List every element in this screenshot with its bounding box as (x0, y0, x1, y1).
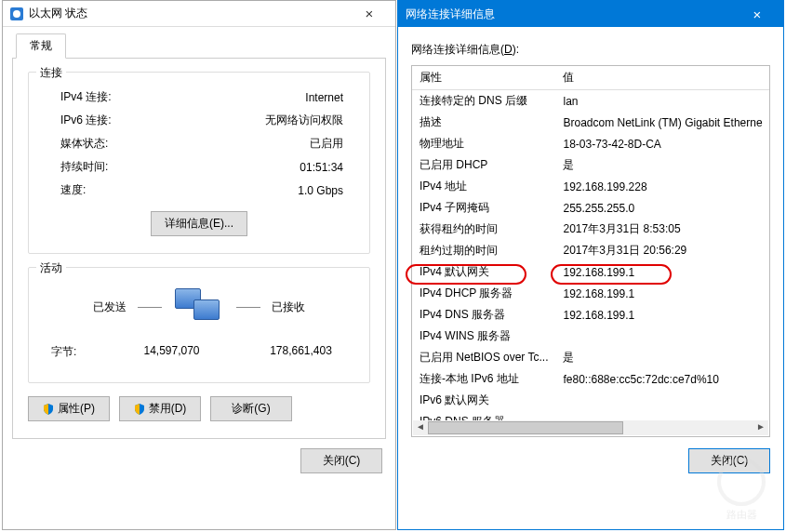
activity-diagram: 已发送 已接收 (42, 288, 356, 326)
cell-property: IPv4 WINS 服务器 (412, 326, 555, 347)
close-icon[interactable]: × (351, 6, 388, 21)
table-row[interactable]: IPv4 DNS 服务器192.168.199.1 (412, 304, 770, 326)
shield-icon (43, 404, 54, 415)
cell-value: fe80::688e:cc5c:72dc:ce7d%10 (555, 368, 769, 390)
monitors-icon (173, 288, 225, 326)
table-row[interactable]: 已启用 DHCP是 (412, 154, 770, 176)
cell-property: 物理地址 (412, 133, 555, 154)
row-value: 已启用 (144, 136, 356, 152)
network-details-window: 网络连接详细信息 × 网络连接详细信息(D): 属性 值 连接特定的 DNS 后… (397, 0, 784, 530)
scroll-left-icon[interactable]: ◄ (413, 420, 428, 435)
shield-icon (134, 404, 145, 415)
line-icon (236, 307, 260, 308)
bytes-row: 字节: 14,597,070 178,661,403 (42, 339, 356, 366)
properties-button[interactable]: 属性(P) (28, 396, 110, 421)
connection-row: 持续时间:01:51:34 (42, 155, 356, 179)
close-button[interactable]: 关闭(C) (688, 448, 770, 473)
horizontal-scrollbar[interactable]: ◄ ► (413, 420, 768, 435)
titlebar[interactable]: 以太网 状态 × (3, 1, 395, 27)
line-icon (138, 307, 162, 308)
table-row[interactable]: 租约过期的时间2017年3月31日 20:56:29 (412, 240, 770, 261)
cell-property: IPv4 子网掩码 (412, 197, 555, 219)
cell-value: 2017年3月31日 20:56:29 (555, 240, 769, 261)
activity-legend: 活动 (36, 260, 66, 276)
details-button[interactable]: 详细信息(E)... (151, 211, 247, 236)
cell-property: 租约过期的时间 (412, 240, 555, 261)
window-title: 以太网 状态 (29, 6, 87, 21)
table-row[interactable]: 已启用 NetBIOS over Tc...是 (412, 347, 770, 368)
connection-legend: 连接 (36, 65, 66, 81)
cell-value: 192.168.199.228 (555, 176, 769, 197)
table-row[interactable]: IPv4 地址192.168.199.228 (412, 176, 770, 197)
table-row[interactable]: 描述Broadcom NetLink (TM) Gigabit Etherne (412, 112, 770, 133)
cell-value: 192.168.199.1 (555, 261, 769, 283)
disable-button[interactable]: 禁用(D) (119, 396, 201, 421)
cell-property: 已启用 NetBIOS over Tc... (412, 347, 555, 368)
window-body: 网络连接详细信息(D): 属性 值 连接特定的 DNS 后缀lan描述Broad… (398, 27, 783, 483)
connection-group: 连接 IPv4 连接:InternetIPv6 连接:无网络访问权限媒体状态:已… (28, 72, 370, 254)
row-label: IPv6 连接: (42, 113, 144, 128)
bytes-sent: 14,597,070 (116, 344, 227, 360)
bytes-received: 178,661,403 (246, 344, 356, 360)
col-header-value[interactable]: 值 (555, 66, 769, 90)
cell-value: 是 (555, 347, 769, 368)
table-row[interactable]: IPv4 WINS 服务器 (412, 326, 770, 347)
cell-value (555, 326, 769, 347)
row-label: 媒体状态: (42, 136, 144, 152)
cell-property: 已启用 DHCP (412, 154, 555, 176)
cell-property: IPv6 默认网关 (412, 390, 555, 411)
cell-property: 连接特定的 DNS 后缀 (412, 90, 555, 113)
row-label: 速度: (42, 182, 144, 198)
row-value: Internet (144, 91, 356, 104)
table-row[interactable]: IPv6 默认网关 (412, 390, 770, 411)
disable-label: 禁用(D) (149, 401, 187, 417)
ethernet-icon (10, 7, 23, 20)
activity-group: 活动 已发送 已接收 字节: 14,597,070 178,661,403 (28, 267, 370, 383)
cell-value: 255.255.255.0 (555, 197, 769, 219)
window-body: 常规 连接 IPv4 连接:InternetIPv6 连接:无网络访问权限媒体状… (3, 27, 395, 483)
cell-value: 2017年3月31日 8:53:05 (555, 219, 769, 240)
cell-value: lan (555, 90, 769, 113)
received-label: 已接收 (272, 299, 305, 315)
scroll-track[interactable] (428, 420, 753, 435)
window-title: 网络连接详细信息 (406, 7, 495, 22)
cell-value: 是 (555, 154, 769, 176)
properties-label: 属性(P) (58, 401, 95, 417)
table-row[interactable]: 连接特定的 DNS 后缀lan (412, 90, 770, 113)
table-row[interactable]: 物理地址18-03-73-42-8D-CA (412, 133, 770, 154)
cell-value: 192.168.199.1 (555, 283, 769, 304)
cell-property: 获得租约的时间 (412, 219, 555, 240)
details-subtitle: 网络连接详细信息(D): (411, 42, 770, 58)
details-table: 属性 值 连接特定的 DNS 后缀lan描述Broadcom NetLink (… (412, 66, 770, 432)
col-header-property[interactable]: 属性 (412, 66, 555, 90)
row-value: 1.0 Gbps (144, 184, 356, 197)
tab-panel: 连接 IPv4 连接:InternetIPv6 连接:无网络访问权限媒体状态:已… (12, 59, 386, 439)
connection-row: 媒体状态:已启用 (42, 132, 356, 155)
scroll-right-icon[interactable]: ► (753, 420, 768, 435)
connection-row: IPv6 连接:无网络访问权限 (42, 109, 356, 132)
table-row[interactable]: IPv4 默认网关192.168.199.1 (412, 261, 770, 283)
cell-value: 18-03-73-42-8D-CA (555, 133, 769, 154)
details-listview[interactable]: 属性 值 连接特定的 DNS 后缀lan描述Broadcom NetLink (… (411, 65, 770, 437)
cell-property: IPv4 DHCP 服务器 (412, 283, 555, 304)
ethernet-status-window: 以太网 状态 × 常规 连接 IPv4 连接:InternetIPv6 连接:无… (2, 0, 396, 530)
close-icon[interactable]: × (739, 7, 776, 22)
cell-property: 描述 (412, 112, 555, 133)
dialog-footer: 关闭(C) (411, 437, 770, 473)
close-button[interactable]: 关闭(C) (300, 448, 382, 473)
cell-value: 192.168.199.1 (555, 304, 769, 326)
cell-value (555, 390, 769, 411)
row-label: IPv4 连接: (42, 89, 144, 105)
bytes-label: 字节: (42, 344, 116, 360)
titlebar[interactable]: 网络连接详细信息 × (398, 1, 783, 27)
scroll-thumb[interactable] (428, 421, 623, 434)
table-row[interactable]: 获得租约的时间2017年3月31日 8:53:05 (412, 219, 770, 240)
sent-label: 已发送 (93, 299, 127, 315)
table-row[interactable]: IPv4 DHCP 服务器192.168.199.1 (412, 283, 770, 304)
table-row[interactable]: IPv4 子网掩码255.255.255.0 (412, 197, 770, 219)
cell-property: IPv4 默认网关 (412, 261, 555, 283)
tab-general[interactable]: 常规 (16, 33, 66, 59)
table-row[interactable]: 连接-本地 IPv6 地址fe80::688e:cc5c:72dc:ce7d%1… (412, 368, 770, 390)
row-label: 持续时间: (42, 159, 144, 175)
diagnose-button[interactable]: 诊断(G) (210, 396, 292, 421)
